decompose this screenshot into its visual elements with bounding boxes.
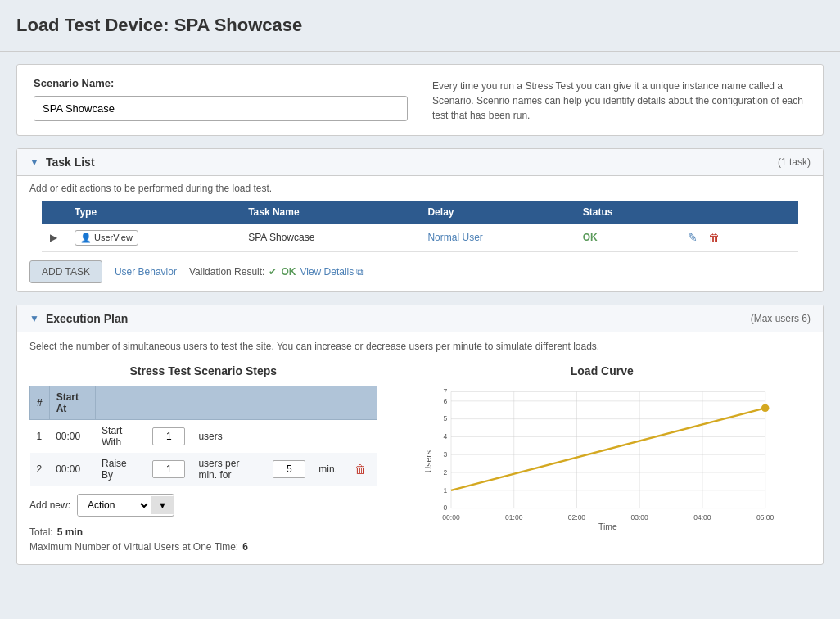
- delete-step-2-button[interactable]: 🗑: [350, 461, 370, 477]
- add-new-label: Add new:: [29, 499, 70, 511]
- scenario-help-text: Every time you run a Stress Test you can…: [432, 77, 806, 123]
- svg-text:6: 6: [443, 397, 447, 405]
- status-cell: OK: [575, 224, 675, 252]
- user-behavior-link[interactable]: User Behavior: [115, 266, 177, 278]
- chart-title: Load Curve: [571, 364, 634, 377]
- steps-col-start: Start At: [49, 386, 95, 420]
- scenario-label: Scenario Name:: [34, 77, 408, 89]
- steps-table: # Start At 1 00:00 Start With: [29, 386, 377, 486]
- chart-section: Load Curve Users: [394, 364, 811, 556]
- svg-text:5: 5: [443, 414, 447, 422]
- validation-label: Validation Result:: [189, 266, 265, 278]
- step-num-2: 2: [30, 453, 50, 486]
- col-task-name: Task Name: [240, 201, 419, 224]
- svg-text:7: 7: [443, 387, 447, 395]
- chart-container: Users: [394, 384, 811, 534]
- step-num-1: 1: [30, 420, 50, 454]
- step-start-1: 00:00: [49, 420, 95, 454]
- validation-ok: OK: [281, 266, 296, 278]
- task-list-description: Add or edit actions to be performed duri…: [17, 176, 823, 201]
- page-title: Load Test Device: SPA Showcase: [16, 15, 824, 36]
- step-action-2: Raise By: [95, 453, 146, 486]
- step-value-1-input[interactable]: [152, 427, 185, 445]
- svg-text:01:00: 01:00: [505, 513, 523, 522]
- delete-task-button[interactable]: 🗑: [704, 229, 724, 246]
- task-list-badge: (1 task): [778, 156, 811, 168]
- step-row-2: 2 00:00 Raise By users per min. for: [30, 453, 377, 486]
- scenario-card: Scenario Name: Every time you run a Stre…: [16, 64, 824, 136]
- action-select-wrapper: Action Start With Raise By ▼: [77, 494, 174, 517]
- action-select[interactable]: Action Start With Raise By: [78, 495, 151, 516]
- step-unit-2: users per min. for: [192, 453, 266, 486]
- load-curve-line: [451, 408, 765, 490]
- task-list-card: ▼ Task List (1 task) Add or edit actions…: [16, 148, 824, 292]
- svg-text:03:00: 03:00: [630, 513, 648, 522]
- steps-col-num: #: [30, 386, 50, 420]
- svg-text:Time: Time: [598, 522, 617, 531]
- table-row: ▶ 👤 UserView SPA Showcase Normal User: [42, 224, 798, 252]
- execution-plan-card: ▼ Execution Plan (Max users 6) Select th…: [16, 305, 824, 565]
- task-list-chevron-icon[interactable]: ▼: [29, 156, 39, 168]
- svg-text:2: 2: [443, 468, 447, 477]
- svg-text:00:00: 00:00: [442, 513, 460, 522]
- col-type: Type: [66, 201, 240, 224]
- load-curve-chart: Users: [394, 384, 811, 531]
- svg-text:02:00: 02:00: [567, 513, 585, 522]
- svg-text:05:00: 05:00: [756, 513, 775, 522]
- task-list-header: ▼ Task List (1 task): [17, 149, 823, 176]
- step-start-2: 00:00: [49, 453, 95, 486]
- total-label: Total:: [29, 526, 53, 538]
- delay-link[interactable]: Normal User: [427, 232, 482, 243]
- task-name-cell: SPA Showcase: [240, 224, 419, 252]
- edit-task-button[interactable]: ✎: [684, 229, 702, 246]
- svg-text:1: 1: [443, 486, 447, 495]
- svg-text:3: 3: [443, 450, 447, 459]
- user-icon: 👤: [80, 233, 92, 243]
- execution-plan-title: Execution Plan: [46, 312, 128, 325]
- step-value-2-input[interactable]: [152, 460, 185, 478]
- external-link-icon: ⧉: [356, 266, 364, 278]
- steps-section: Stress Test Scenario Steps # Start At 1: [29, 364, 377, 556]
- svg-text:Users: Users: [424, 450, 433, 472]
- task-table: Type Task Name Delay Status ▶: [42, 201, 798, 252]
- add-task-button[interactable]: ADD TASK: [29, 260, 102, 283]
- max-users-value: 6: [242, 541, 248, 553]
- svg-text:04:00: 04:00: [693, 513, 711, 522]
- load-curve-endpoint: [761, 404, 768, 412]
- task-list-title: Task List: [46, 156, 95, 169]
- row-expand-button[interactable]: ▶: [50, 232, 57, 243]
- step-action-1: Start With: [95, 420, 146, 454]
- step-duration-2-input[interactable]: [273, 460, 305, 478]
- svg-text:0: 0: [443, 504, 447, 512]
- svg-text:4: 4: [443, 432, 447, 441]
- total-value: 5 min: [57, 526, 83, 538]
- step-row-1: 1 00:00 Start With users: [30, 420, 377, 454]
- steps-col-actions: [95, 386, 377, 420]
- col-expand: [42, 201, 66, 224]
- execution-plan-badge: (Max users 6): [751, 313, 811, 324]
- validation-result: Validation Result: ✔ OK View Details ⧉: [189, 266, 364, 278]
- step-duration-unit-2: min.: [312, 453, 344, 486]
- page-header: Load Test Device: SPA Showcase: [0, 0, 840, 52]
- steps-title: Stress Test Scenario Steps: [29, 364, 377, 377]
- user-view-badge: 👤 UserView: [75, 230, 138, 246]
- execution-plan-chevron-icon[interactable]: ▼: [29, 313, 39, 324]
- scenario-name-input[interactable]: [34, 96, 408, 121]
- col-actions: [675, 201, 798, 224]
- max-users-label: Maximum Number of Virtual Users at One T…: [29, 541, 238, 553]
- step-unit-1: users: [192, 420, 266, 454]
- execution-plan-header: ▼ Execution Plan (Max users 6): [17, 305, 823, 332]
- view-details-link[interactable]: View Details ⧉: [300, 266, 364, 278]
- check-icon: ✔: [269, 266, 277, 278]
- col-delay: Delay: [419, 201, 574, 224]
- exec-description: Select the number of simultaneous users …: [29, 341, 811, 352]
- action-dropdown-button[interactable]: ▼: [151, 496, 174, 514]
- col-status: Status: [575, 201, 675, 224]
